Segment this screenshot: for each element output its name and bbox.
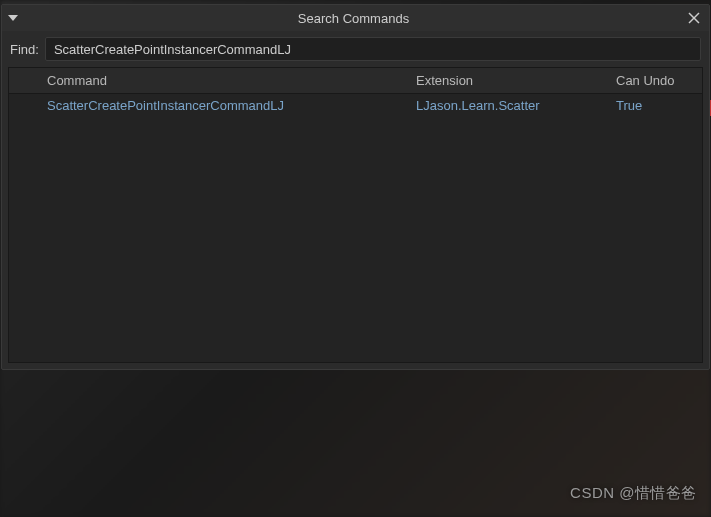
cell-can-undo: True <box>608 98 702 113</box>
header-command[interactable]: Command <box>39 73 408 88</box>
results-table: Command Extension Can Undo ScatterCreate… <box>8 67 703 363</box>
cell-command: ScatterCreatePointInstancerCommandLJ <box>39 98 408 113</box>
table-header: Command Extension Can Undo <box>9 68 702 94</box>
cell-extension: LJason.Learn.Scatter <box>408 98 608 113</box>
find-row: Find: <box>2 31 709 67</box>
header-extension[interactable]: Extension <box>408 73 608 88</box>
header-can-undo[interactable]: Can Undo <box>608 73 702 88</box>
dialog-title: Search Commands <box>22 11 685 26</box>
watermark: CSDN @惜惜爸爸 <box>570 484 697 503</box>
table-row[interactable]: ScatterCreatePointInstancerCommandLJ LJa… <box>9 94 702 116</box>
titlebar: Search Commands <box>2 5 709 31</box>
find-label: Find: <box>10 42 39 57</box>
dropdown-icon[interactable] <box>8 15 18 21</box>
close-button[interactable] <box>685 9 703 27</box>
search-commands-dialog: Search Commands Find: Command Extension … <box>1 4 710 370</box>
close-icon <box>688 12 700 24</box>
find-input[interactable] <box>45 37 701 61</box>
